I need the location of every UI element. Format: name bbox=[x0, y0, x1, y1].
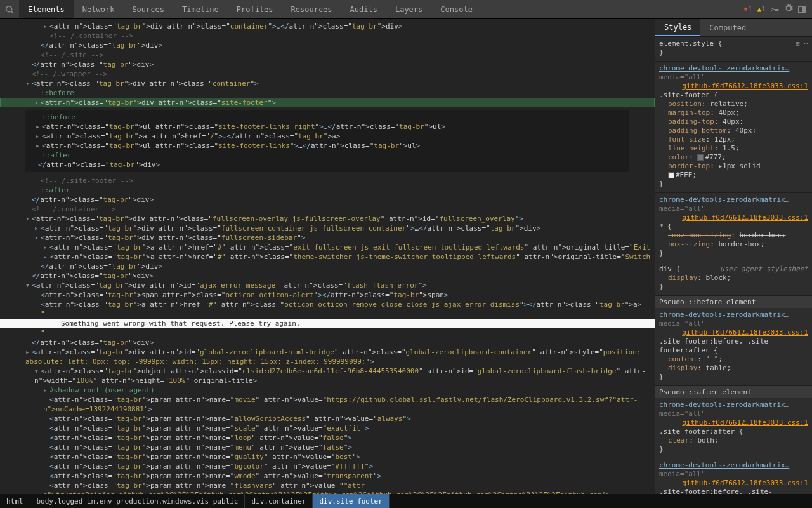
dom-node-selected[interactable]: ▾<attr-n">class="tag-br">div attr-n">cla… bbox=[0, 98, 655, 107]
dom-node[interactable]: ▾<attr-n">class="tag-br">div attr-n">id=… bbox=[0, 281, 655, 290]
breadcrumb-item[interactable]: body.logged_in.env-production.windows.vi… bbox=[30, 494, 246, 508]
dom-node[interactable]: </attr-n">class="tag-br">div> bbox=[0, 41, 655, 50]
dom-node[interactable]: <!-- /.container --> bbox=[0, 31, 655, 41]
css-rule[interactable]: chrome-devtools-zerodarkmatrix…media="al… bbox=[655, 62, 812, 193]
dom-node[interactable]: <attr-n">class="tag-br">a attr-n">href="… bbox=[0, 300, 655, 309]
pseudo-before-header: Pseudo ::before element bbox=[655, 296, 812, 308]
dom-node[interactable]: ::before bbox=[29, 112, 625, 122]
dock-icon[interactable] bbox=[798, 6, 806, 13]
dom-node[interactable]: </attr-n">class="tag-br">div> bbox=[29, 160, 625, 170]
search-icon[interactable] bbox=[0, 0, 19, 18]
styles-tab-styles[interactable]: Styles bbox=[655, 19, 700, 36]
dom-node[interactable]: <attr-n">class="tag-br">param attr-n">na… bbox=[0, 462, 655, 471]
breadcrumb-item[interactable]: div.container bbox=[245, 494, 313, 508]
tab-elements[interactable]: Elements bbox=[19, 0, 74, 18]
dom-node[interactable]: ▸<attr-n">class="tag-br">ul attr-n">clas… bbox=[29, 141, 625, 150]
dom-node[interactable]: ▾<attr-n">class="tag-br">div attr-n">cla… bbox=[0, 214, 655, 224]
css-rule[interactable]: div {user agent stylesheetdisplay: block… bbox=[655, 262, 812, 296]
dom-node[interactable]: ▸<attr-n">class="tag-br">div attr-n">id=… bbox=[0, 347, 655, 366]
dom-node[interactable]: </attr-n">class="tag-br">div> bbox=[0, 271, 655, 281]
dom-text-node[interactable]: Something went wrong with that request. … bbox=[0, 319, 655, 328]
dom-node[interactable]: ▾<attr-n">class="tag-br">div attr-n">cla… bbox=[0, 233, 655, 243]
svg-line-1 bbox=[11, 11, 14, 13]
styles-tab-computed[interactable]: Computed bbox=[700, 19, 755, 36]
breadcrumb-bar: htmlbody.logged_in.env-production.window… bbox=[0, 494, 812, 508]
tab-network[interactable]: Network bbox=[74, 0, 124, 18]
dom-node[interactable]: ▸<attr-n">class="tag-br">a attr-n">href=… bbox=[0, 243, 655, 252]
dom-node[interactable]: <attr-n">class="tag-br">param attr-n">na… bbox=[0, 443, 655, 452]
dom-node[interactable]: ▾<attr-n">class="tag-br">div attr-n">cla… bbox=[0, 79, 655, 88]
warning-badge[interactable]: ▲1 bbox=[757, 5, 766, 13]
dom-node[interactable]: <attr-n">class="tag-br">param attr-n">na… bbox=[0, 424, 655, 433]
dom-node[interactable]: </attr-n">class="tag-br">div> bbox=[0, 262, 655, 271]
gear-icon[interactable] bbox=[784, 4, 793, 15]
dom-node[interactable]: <!-- /.wrapper --> bbox=[0, 69, 655, 79]
dom-node[interactable]: ::after bbox=[29, 150, 625, 160]
css-rule[interactable]: chrome-devtools-zerodarkmatrix…media="al… bbox=[655, 458, 812, 494]
console-drawer-icon[interactable]: >≡ bbox=[771, 5, 779, 13]
devtools-toolbar: ElementsNetworkSourcesTimelineProfilesRe… bbox=[0, 0, 812, 19]
css-rule[interactable]: chrome-devtools-zerodarkmatrix…media="al… bbox=[655, 308, 812, 386]
dom-node[interactable]: <attr-n">class="tag-br">param attr-n">na… bbox=[0, 452, 655, 462]
dom-node[interactable]: " bbox=[0, 309, 655, 319]
dom-node[interactable]: ::before bbox=[0, 88, 655, 98]
dom-node[interactable]: <attr-n">class="tag-br">param attr-n">na… bbox=[0, 414, 655, 424]
error-badge[interactable]: ✖1 bbox=[743, 5, 752, 13]
dom-node[interactable]: ▸<attr-n">class="tag-br">a attr-n">href=… bbox=[29, 131, 625, 141]
breadcrumb-item[interactable]: div.site-footer bbox=[313, 494, 389, 508]
tab-console[interactable]: Console bbox=[431, 0, 481, 18]
dom-node[interactable]: ▸<attr-n">class="tag-br">ul attr-n">clas… bbox=[29, 122, 625, 131]
dom-node[interactable]: ▾<attr-n">class="tag-br">object attr-n">… bbox=[0, 366, 655, 385]
dom-node[interactable]: <!-- /.container --> bbox=[0, 204, 655, 214]
toolbar-right: ✖1 ▲1 >≡ bbox=[737, 0, 812, 18]
tab-profiles[interactable]: Profiles bbox=[228, 0, 282, 18]
tab-timeline[interactable]: Timeline bbox=[173, 0, 228, 18]
tab-sources[interactable]: Sources bbox=[123, 0, 173, 18]
dom-node[interactable]: ▸<attr-n">class="tag-br">a attr-n">href=… bbox=[0, 252, 655, 262]
css-rule[interactable]: chrome-devtools-zerodarkmatrix…media="al… bbox=[655, 193, 812, 262]
dom-node[interactable]: </attr-n">class="tag-br">div> bbox=[0, 338, 655, 347]
dom-node[interactable]: <!-- /.site-footer --> bbox=[0, 176, 655, 185]
dom-node[interactable]: </attr-n">class="tag-br">div> bbox=[0, 60, 655, 69]
dom-node[interactable]: <attr-n">class="tag-br">param attr-n">na… bbox=[0, 433, 655, 443]
dom-node[interactable]: ▸<attr-n">class="tag-br">div attr-n">cla… bbox=[0, 22, 655, 31]
pseudo-after-header: Pseudo ::after element bbox=[655, 386, 812, 398]
styles-sidebar: StylesComputed element.style { ⊞ ⋯ } chr… bbox=[655, 19, 812, 494]
dom-node[interactable]: <attr-n">class="tag-br">param attr-n">na… bbox=[0, 481, 655, 494]
dom-node[interactable]: " bbox=[0, 328, 655, 338]
breadcrumb-item[interactable]: html bbox=[0, 494, 30, 508]
styles-tabs: StylesComputed bbox=[655, 19, 812, 37]
css-rule[interactable]: chrome-devtools-zerodarkmatrix…media="al… bbox=[655, 398, 812, 458]
dom-node[interactable]: </attr-n">class="tag-br">div> bbox=[0, 195, 655, 204]
tab-audits[interactable]: Audits bbox=[341, 0, 386, 18]
element-style-rule[interactable]: element.style { ⊞ ⋯ } bbox=[655, 37, 812, 62]
dom-node[interactable]: ::after bbox=[0, 185, 655, 195]
dom-node[interactable]: ▸#shadow-root (user-agent) bbox=[0, 385, 655, 395]
dom-node[interactable]: <attr-n">class="tag-br">param attr-n">na… bbox=[0, 395, 655, 414]
dom-node[interactable]: <!-- /.site --> bbox=[0, 50, 655, 60]
dom-node[interactable]: ▸<attr-n">class="tag-br">div attr-n">cla… bbox=[0, 224, 655, 233]
dom-node[interactable]: <attr-n">class="tag-br">param attr-n">na… bbox=[0, 471, 655, 481]
tab-layers[interactable]: Layers bbox=[386, 0, 431, 18]
svg-point-0 bbox=[6, 6, 12, 11]
dom-node-children: ::before▸<attr-n">class="tag-br">ul attr… bbox=[25, 110, 629, 172]
dom-node[interactable]: <attr-n">class="tag-br">span attr-n">cla… bbox=[0, 290, 655, 300]
tab-resources[interactable]: Resources bbox=[282, 0, 341, 18]
element-style-label: element.style { bbox=[659, 39, 722, 48]
toolbar-tabs: ElementsNetworkSourcesTimelineProfilesRe… bbox=[19, 0, 737, 18]
elements-dom-tree[interactable]: ▸<attr-n">class="tag-br">div attr-n">cla… bbox=[0, 19, 655, 494]
